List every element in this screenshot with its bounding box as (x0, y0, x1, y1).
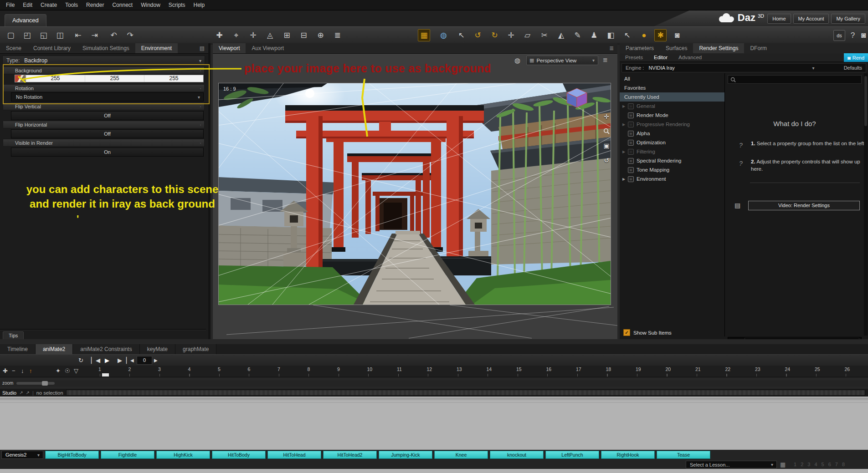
menu-item[interactable]: Render (82, 0, 108, 10)
active-tool-icon[interactable]: ✱ (654, 29, 667, 41)
new-file-icon[interactable]: ▢ (5, 29, 17, 41)
tab-surfaces[interactable]: Surfaces (660, 43, 693, 53)
viewport-menu-icon[interactable]: ≣ (606, 43, 617, 53)
figures-icon[interactable]: ♟ (588, 29, 600, 41)
aniblock-button[interactable]: knockout (490, 451, 544, 459)
tab-dform[interactable]: DForm (744, 43, 773, 53)
section-options-icon[interactable]: · (200, 122, 201, 127)
defaults-label[interactable]: Defaults (844, 65, 862, 71)
vertical-scrollbar[interactable] (864, 73, 868, 336)
open-folder-icon[interactable]: ◰ (21, 29, 33, 41)
step-forward-icon[interactable]: ▶ (154, 356, 158, 365)
subtab-advanced[interactable]: Advanced (673, 55, 707, 60)
nav-button[interactable]: My Gallery (831, 14, 865, 24)
pager-number[interactable]: 1 (794, 462, 796, 467)
help-cursor-icon[interactable]: ? (847, 29, 859, 41)
animate-track-area[interactable] (0, 397, 868, 450)
menu-item[interactable]: Connect (108, 0, 137, 10)
render-group-row[interactable]: ▶ ○ Progressive Rendering (620, 120, 724, 129)
select-cursor-icon[interactable]: ↖ (455, 29, 467, 41)
daz-studio-icon[interactable]: ds (833, 30, 845, 41)
background-section-header[interactable]: Background · (3, 66, 205, 74)
expand-arrow-icon[interactable]: ▶ (622, 104, 628, 108)
render-preview-icon[interactable]: ◙ (858, 29, 868, 41)
aniblock-button[interactable]: Tease (657, 451, 710, 459)
pager-number[interactable]: 4 (814, 462, 817, 467)
section-options-icon[interactable]: · (200, 86, 201, 91)
flip-vertical-section-header[interactable]: Flip Vertical · (3, 102, 205, 110)
search-input[interactable] (728, 75, 862, 84)
menu-item[interactable]: Tools (61, 0, 82, 10)
visible-in-render-toggle[interactable]: On (11, 147, 204, 157)
mesh-tool-icon[interactable]: ◭ (555, 29, 567, 41)
add-keyframe-icon[interactable]: ✚ (3, 367, 8, 374)
rotate-tool-icon[interactable]: ↻ (488, 29, 501, 41)
expand-arrow-icon[interactable]: ▶ (622, 177, 628, 181)
render-group-row[interactable]: ▶ ○ General (620, 102, 724, 111)
create-null-icon[interactable]: ✚ (213, 29, 226, 41)
create-instance-icon[interactable]: ⊟ (298, 29, 310, 41)
export-icon[interactable]: ⇥ (88, 29, 101, 41)
create-target-icon[interactable]: ⌖ (230, 29, 242, 41)
move-down-icon[interactable]: ↓ (21, 367, 24, 374)
aniblock-button[interactable]: Knee (434, 451, 488, 459)
tab-viewport[interactable]: Viewport (213, 43, 246, 53)
pose-arrow-icon[interactable]: ↗ (26, 390, 30, 395)
aniblock-button[interactable]: HitToHead2 (323, 451, 377, 459)
render-group-row[interactable]: ▶ ○ Environment (620, 174, 724, 183)
tab-parameters[interactable]: Parameters (620, 43, 660, 53)
aniblock-button[interactable]: FightIdle (101, 451, 154, 459)
menu-item[interactable]: File (2, 0, 19, 10)
aniblock-button[interactable]: RightHook (601, 451, 655, 459)
aux-viewport-icon[interactable]: ◍ (437, 29, 450, 41)
skip-end-icon[interactable]: ▶▕ (118, 356, 127, 365)
orbit-tool-icon[interactable]: ↺ (472, 29, 484, 41)
move-up-icon[interactable]: ↑ (29, 367, 32, 374)
translate-tool-icon[interactable]: ✛ (505, 29, 517, 41)
track-scrollbar[interactable] (0, 398, 868, 401)
zoom-slider-thumb[interactable] (42, 381, 48, 386)
pager-number[interactable]: 2 (801, 462, 803, 467)
tab-scene[interactable]: Scene (0, 43, 27, 53)
aniblock-button[interactable]: HitToHead (267, 451, 321, 459)
viewport-options-icon[interactable]: ≣ (603, 56, 608, 63)
tab-animate2[interactable]: aniMate2 (36, 344, 73, 354)
open-recent-icon[interactable]: ◱ (37, 29, 50, 41)
pose-arrow-icon[interactable]: ↗ (19, 390, 23, 395)
import-icon[interactable]: ⇤ (72, 29, 84, 41)
menu-item[interactable]: Window (137, 0, 164, 10)
tab-render-settings[interactable]: Render Settings (693, 43, 744, 53)
eye-icon[interactable]: ☉ (65, 367, 70, 374)
create-primitive-icon[interactable]: ◬ (264, 29, 276, 41)
step-back-icon[interactable]: ◀ (130, 356, 134, 365)
create-light-icon[interactable]: ⊕ (314, 29, 327, 41)
tab-simulation-settings[interactable]: Simulation Settings (77, 43, 135, 53)
loop-icon[interactable]: ↻ (78, 356, 83, 365)
aniblock-button[interactable]: BigHitToBody (45, 451, 99, 459)
scale-tool-icon[interactable]: ▱ (521, 29, 534, 41)
aniblock-button[interactable]: HitToBody (212, 451, 266, 459)
tab-environment[interactable]: Environment (135, 43, 178, 53)
lock-icon[interactable]: ✦ (56, 367, 61, 374)
frame-tool-icon[interactable]: ▣ (601, 141, 611, 151)
workspace-tab-advanced[interactable]: Advanced (5, 14, 46, 26)
show-sub-items-checkbox[interactable]: ✓ (623, 329, 630, 336)
render-group-row[interactable]: ▶ ○ Alpha (620, 129, 724, 138)
flip-horizontal-toggle[interactable]: Off (11, 129, 204, 138)
section-options-icon[interactable]: · (200, 68, 201, 73)
marker-icon[interactable]: ▽ (74, 367, 78, 374)
nav-button[interactable]: My Account (793, 14, 829, 24)
pager-number[interactable]: 6 (828, 462, 831, 467)
aniblock-button[interactable]: LeftPunch (545, 451, 599, 459)
subtab-editor[interactable]: Editor (648, 55, 673, 60)
group-all[interactable]: All (620, 74, 724, 83)
frame-counter[interactable]: 0 (137, 356, 152, 365)
redo-icon[interactable]: ↷ (124, 29, 136, 41)
current-frame-marker[interactable] (102, 373, 109, 376)
menu-item[interactable]: Edit (19, 0, 36, 10)
pager-number[interactable]: 5 (822, 462, 824, 467)
section-options-icon[interactable]: · (200, 140, 201, 146)
expand-arrow-icon[interactable]: ▶ (622, 150, 628, 154)
section-options-icon[interactable]: · (200, 104, 201, 109)
engine-dropdown[interactable]: Engine : NVIDIA Iray ▾ Defaults (621, 63, 866, 72)
